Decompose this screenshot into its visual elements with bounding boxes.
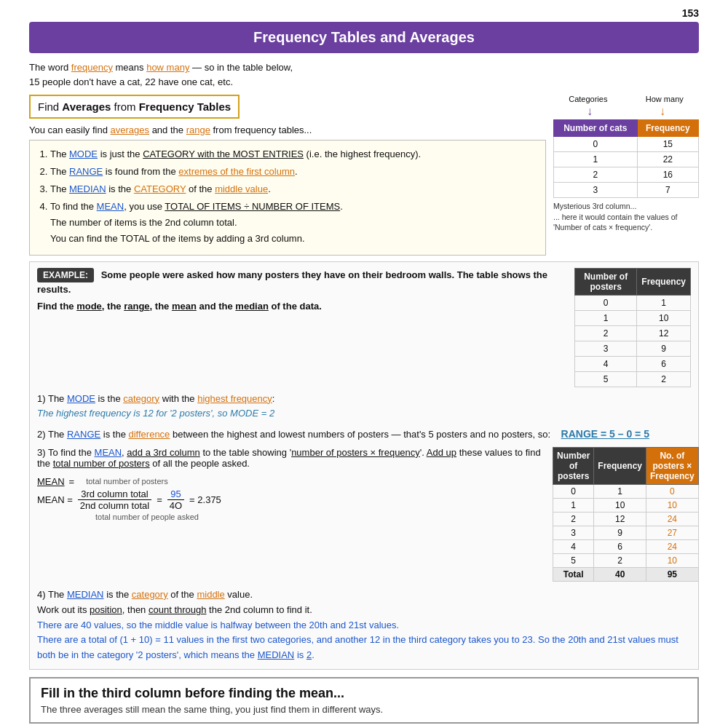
mean-fraction: 3rd column total 2nd column total: [77, 488, 152, 511]
median-blue-text: There are 40 values, so the middle value…: [37, 618, 691, 663]
step3-section: 3) To find the MEAN, add a 3rd column to…: [37, 447, 691, 582]
example-row: EXAMPLE: Some people were asked how many…: [37, 268, 691, 387]
table-row: 5210: [553, 553, 699, 567]
find-averages-title: Find Averages from Frequency Tables: [38, 100, 231, 113]
step1-highlight: The highest frequency is 12 for '2 poste…: [37, 408, 274, 419]
categories-arrow-icon: ↓: [587, 105, 593, 118]
how-many-link: how many: [146, 62, 189, 73]
table-row: 11010: [553, 498, 699, 512]
rules-box: The MODE is just the CATEGORY with the M…: [29, 140, 546, 256]
frequency-link: frequency: [71, 62, 113, 73]
find-averages-box: Find Averages from Frequency Tables: [29, 95, 240, 119]
table-row: 110: [575, 310, 691, 325]
left-content: Find Averages from Frequency Tables You …: [29, 95, 546, 256]
range-formula: RANGE = 5 – 0 = 5: [561, 428, 649, 440]
mean-col2: Frequency: [594, 447, 646, 484]
table-row: 216: [554, 167, 699, 183]
mean-value-fraction: 95 4O: [167, 488, 185, 511]
mean-note-bottom: total number of people asked: [95, 513, 545, 521]
mean-formula-area: MEAN = total number of posters MEAN = 3r…: [37, 476, 545, 521]
mean-label: MEAN: [37, 476, 65, 487]
table-row: 010: [553, 484, 699, 498]
step2-block: 2) The RANGE is the difference between t…: [37, 426, 691, 443]
rule-2: The RANGE is found from the extremes of …: [50, 164, 538, 180]
table-row: 37: [554, 183, 699, 198]
example-left: EXAMPLE: Some people were asked how many…: [37, 268, 567, 387]
rule-3: The MEDIAN is the CATEGORY of the middle…: [50, 181, 538, 197]
table-row: 01: [575, 295, 691, 310]
intro-text: The word frequency means how many — so i…: [29, 60, 699, 89]
mean-table-col: Number of posters Frequency No. of poste…: [553, 447, 691, 582]
mysterious-note: Mysterious 3rd column... ... here it wou…: [553, 201, 699, 233]
right-table-area: Categories How many ↓ ↓ Number of cats F…: [553, 95, 699, 256]
rule-4: To find the MEAN, you use TOTAL OF ITEMS…: [50, 199, 538, 247]
example-label-badge: EXAMPLE:: [37, 268, 94, 282]
table-row: 212: [575, 325, 691, 341]
table-row: 015: [554, 137, 699, 152]
mean-note-top: total number of posters: [86, 477, 168, 486]
step4-block: 4) The MEDIAN is the category of the mid…: [37, 587, 691, 663]
find-avg-subtitle: You can easily find averages and the ran…: [29, 124, 546, 135]
intro-freq-table: Number of cats Frequency 015 122 216 37: [553, 119, 699, 198]
bottom-box: Fill in the third column before finding …: [29, 677, 699, 724]
header-banner: Frequency Tables and Averages: [29, 22, 699, 53]
mean-col3: No. of posters × Frequency: [646, 447, 699, 484]
arrow-label-row: Categories How many: [553, 95, 699, 103]
example-table-col: Number of posters Frequency 01 110 212 3…: [574, 268, 691, 387]
categories-label: Categories: [569, 95, 607, 103]
example-problem-text: Some people were asked how many posters …: [37, 269, 547, 295]
table-row: 46: [575, 356, 691, 371]
main-content-area: Find Averages from Frequency Tables You …: [29, 95, 699, 256]
rule-1: The MODE is just the CATEGORY with the M…: [50, 146, 538, 162]
col1-header: Number of cats: [554, 120, 638, 137]
mysterious-note-text2: ... here it would contain the values of …: [553, 213, 677, 232]
intro-line1: The word frequency means how many — so i…: [29, 62, 293, 73]
step1-block: 1) The MODE is the category with the hig…: [37, 392, 691, 422]
ex-col2-header: Frequency: [637, 268, 691, 295]
intro-line2: 15 people don't have a cat, 22 have one …: [29, 76, 233, 87]
page-number: 153: [29, 7, 699, 19]
ex-col1-header: Number of posters: [575, 268, 637, 295]
bottom-box-sub: The three averages still mean the same t…: [41, 704, 687, 715]
table-row: 21224: [553, 512, 699, 526]
bottom-box-title: Fill in the third column before finding …: [41, 686, 687, 701]
page: 153 Frequency Tables and Averages The wo…: [0, 0, 728, 728]
total-row: Total4095: [553, 567, 699, 581]
mean-col1: Number of posters: [553, 447, 594, 484]
how-many-label: How many: [646, 95, 684, 103]
mean-table: Number of posters Frequency No. of poste…: [553, 447, 699, 582]
table-row: 52: [575, 371, 691, 387]
col2-header: Frequency: [637, 120, 698, 137]
step3-text: 3) To find the MEAN, add a 3rd column to…: [37, 447, 545, 582]
table-row: 122: [554, 152, 699, 167]
mean-result: = 2.375: [189, 494, 221, 505]
mysterious-note-text: Mysterious 3rd column...: [553, 202, 636, 210]
example-find-text: Find the mode, the range, the mean and t…: [37, 299, 567, 314]
table-row: 39: [575, 341, 691, 356]
example-section: EXAMPLE: Some people were asked how many…: [29, 261, 699, 670]
rules-list: The MODE is just the CATEGORY with the M…: [37, 146, 538, 248]
table-row: 4624: [553, 539, 699, 553]
howmany-arrow-icon: ↓: [660, 105, 665, 118]
table-row: 3927: [553, 526, 699, 539]
example-table: Number of posters Frequency 01 110 212 3…: [574, 268, 691, 387]
arrow-row: ↓ ↓: [553, 105, 699, 118]
